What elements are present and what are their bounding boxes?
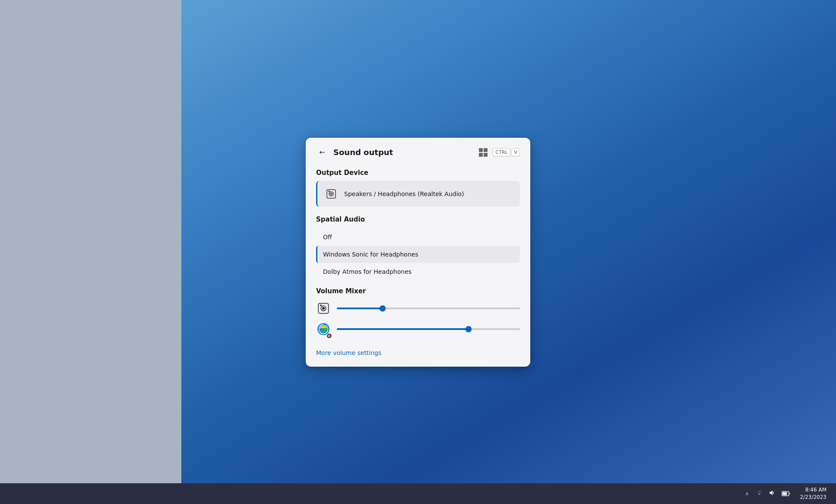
- grid-dot: [484, 148, 488, 152]
- more-volume-settings-link[interactable]: More volume settings: [306, 346, 392, 360]
- speaker-slider-track: [337, 307, 520, 309]
- spatial-audio-label: Spatial Audio: [316, 216, 520, 223]
- output-device-label: Output Device: [316, 169, 520, 177]
- battery-icon[interactable]: [782, 490, 790, 498]
- panel-container: ← Sound output CTRL V Output Device: [306, 138, 530, 367]
- edge-volume-row: 🔇: [316, 322, 520, 336]
- svg-rect-11: [789, 493, 790, 494]
- speaker-slider-thumb[interactable]: [380, 305, 386, 311]
- wifi-icon[interactable]: [756, 489, 763, 498]
- panel-title: Sound output: [333, 148, 474, 157]
- back-button[interactable]: ←: [316, 146, 328, 158]
- muted-indicator: 🔇: [326, 333, 332, 338]
- spatial-option-dolby-label: Dolby Atmos for Headphones: [323, 268, 412, 275]
- edge-vol-icon: 🔇: [316, 322, 331, 336]
- output-device-item[interactable]: Speakers / Headphones (Realtek Audio): [316, 181, 520, 207]
- taskbar-time: 8:46 AM: [805, 486, 826, 494]
- speaker-slider-fill: [337, 307, 383, 309]
- edge-slider-track: [337, 328, 520, 330]
- svg-point-1: [329, 192, 333, 196]
- spatial-option-windows-sonic-label: Windows Sonic for Headphones: [323, 251, 418, 258]
- sound-icon[interactable]: [769, 489, 776, 498]
- speaker-volume-row: [316, 301, 520, 316]
- ctrl-key: CTRL: [493, 148, 510, 156]
- grid-view-icon[interactable]: [479, 148, 488, 157]
- spatial-audio-options: Off Windows Sonic for Headphones Dolby A…: [316, 228, 520, 280]
- output-device-section: Output Device Speakers / Headphones (Rea…: [306, 165, 530, 210]
- edge-slider-fill: [337, 328, 469, 330]
- panel-header: ← Sound output CTRL V: [306, 138, 530, 165]
- desktop-left-panel: [0, 0, 181, 504]
- spatial-option-off-label: Off: [323, 234, 332, 241]
- speaker-vol-icon: [316, 301, 331, 316]
- speaker-device-icon: [324, 187, 338, 201]
- spatial-option-windows-sonic[interactable]: Windows Sonic for Headphones: [316, 246, 520, 263]
- svg-rect-10: [782, 492, 787, 495]
- grid-dot: [479, 148, 483, 152]
- taskbar-date: 2/23/2023: [800, 494, 826, 501]
- svg-point-7: [320, 304, 321, 305]
- edge-slider[interactable]: [337, 325, 520, 333]
- speaker-slider[interactable]: [337, 304, 520, 313]
- spatial-option-off[interactable]: Off: [316, 228, 520, 246]
- taskbar-right-area: ∧: [742, 485, 829, 502]
- taskbar: ∧: [0, 483, 836, 504]
- svg-point-2: [330, 193, 332, 195]
- svg-rect-0: [327, 190, 336, 198]
- svg-point-3: [329, 191, 329, 192]
- svg-point-6: [323, 307, 325, 309]
- taskbar-system-icons[interactable]: ∧: [742, 487, 794, 500]
- edge-slider-thumb[interactable]: [466, 326, 472, 332]
- spatial-option-dolby[interactable]: Dolby Atmos for Headphones: [316, 263, 520, 280]
- taskbar-datetime[interactable]: 8:46 AM 2/23/2023: [797, 485, 829, 502]
- sound-output-panel: ← Sound output CTRL V Output Device: [306, 138, 530, 367]
- spatial-audio-section: Spatial Audio Off Windows Sonic for Head…: [306, 210, 530, 280]
- keyboard-shortcut: CTRL V: [493, 148, 520, 156]
- back-arrow-icon: ←: [319, 148, 325, 156]
- grid-dot: [484, 153, 488, 157]
- device-name-label: Speakers / Headphones (Realtek Audio): [344, 190, 464, 197]
- system-tray-chevron[interactable]: ∧: [745, 491, 749, 497]
- volume-mixer-section: Volume Mixer: [306, 280, 530, 346]
- v-key: V: [511, 148, 520, 156]
- grid-dot: [479, 153, 483, 157]
- volume-mixer-label: Volume Mixer: [316, 287, 520, 295]
